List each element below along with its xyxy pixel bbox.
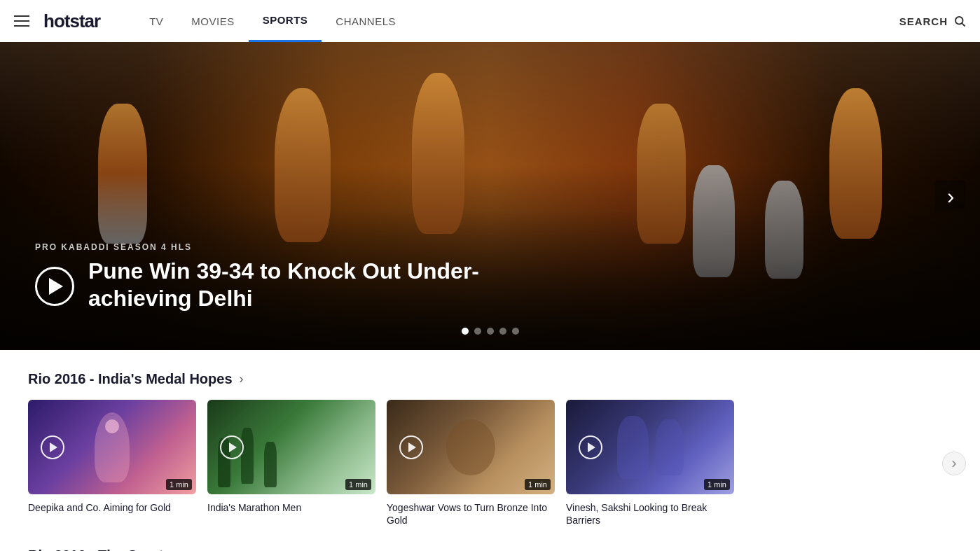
svg-point-0 [955,17,963,25]
card-play-vinesh[interactable] [579,435,602,459]
hero-dot-2[interactable] [474,328,481,335]
hero-dot-5[interactable] [512,328,519,335]
hotstar-logo[interactable]: hotstar [43,11,100,32]
card-title-vinesh: Vinesh, Sakshi Looking to Break Barriers [566,501,734,526]
section-header-rio-medal: Rio 2016 - India's Medal Hopes › [28,371,952,387]
hero-title: Pune Win 39-34 to Knock Out Under-achiev… [88,258,579,312]
card-deepika[interactable]: 1 min Deepika and Co. Aiming for Gold [28,400,196,526]
card-title-yogeshwar: Yogeshwar Vows to Turn Bronze Into Gold [387,501,555,526]
card-thumb-vinesh: 1 min [566,400,734,494]
card-vinesh[interactable]: 1 min Vinesh, Sakshi Looking to Break Ba… [566,400,734,526]
nav-links: TV MOVIES SPORTS CHANNELS [135,0,410,42]
card-play-marathon[interactable] [220,435,244,459]
hero-banner: PRO KABADDI SEASON 4 HLS Pune Win 39-34 … [0,42,980,350]
hero-play-button[interactable] [35,267,74,306]
hero-dot-3[interactable] [487,328,494,335]
hero-category: PRO KABADDI SEASON 4 HLS [35,242,579,252]
navbar-left: hotstar TV MOVIES SPORTS CHANNELS [14,0,410,42]
hero-dot-4[interactable] [499,328,506,335]
svg-line-1 [962,23,965,26]
hero-dots [462,328,519,335]
hero-dot-1[interactable] [462,328,469,335]
card-duration-deepika: 1 min [166,479,192,490]
nav-sports[interactable]: SPORTS [249,0,322,42]
hero-text: Pune Win 39-34 to Knock Out Under-achiev… [88,258,579,312]
card-play-deepika[interactable] [41,435,64,459]
cards-row-rio-medal: 1 min Deepika and Co. Aiming for Gold 1 … [28,400,952,526]
card-duration-vinesh: 1 min [704,479,730,490]
card-thumb-yogeshwar: 1 min [387,400,555,494]
card-marathon[interactable]: 1 min India's Marathon Men [207,400,375,526]
card-duration-marathon: 1 min [345,479,371,490]
section-rio-medal: Rio 2016 - India's Medal Hopes › 1 min D… [28,371,952,526]
row-nav-right-medal[interactable]: › [942,452,966,475]
card-play-yogeshwar[interactable] [399,435,423,459]
content-area: Rio 2016 - India's Medal Hopes › 1 min D… [0,350,980,551]
hamburger-menu[interactable] [14,15,29,27]
card-yogeshwar[interactable]: 1 min Yogeshwar Vows to Turn Bronze Into… [387,400,555,526]
nav-channels[interactable]: CHANNELS [322,0,410,42]
section-header-rio-greats: Rio 2016 - The Greats › [28,547,952,551]
card-duration-yogeshwar: 1 min [525,479,551,490]
card-thumb-deepika: 1 min [28,400,196,494]
search-label: SEARCH [899,15,948,27]
search-icon [953,15,966,27]
search-area[interactable]: SEARCH [899,15,966,27]
card-thumb-marathon: 1 min [207,400,375,494]
hero-content: PRO KABADDI SEASON 4 HLS Pune Win 39-34 … [35,242,579,312]
card-title-deepika: Deepika and Co. Aiming for Gold [28,501,196,514]
section-rio-greats: Rio 2016 - The Greats › [28,547,952,551]
nav-movies[interactable]: MOVIES [177,0,248,42]
nav-tv[interactable]: TV [135,0,177,42]
section-arrow-rio-medal[interactable]: › [240,372,244,386]
section-arrow-rio-greats[interactable]: › [179,548,183,551]
section-title-rio-greats: Rio 2016 - The Greats [28,547,172,551]
card-title-marathon: India's Marathon Men [207,501,375,514]
navbar: hotstar TV MOVIES SPORTS CHANNELS SEARCH [0,0,980,42]
hero-next-button[interactable]: › [935,181,966,211]
section-title-rio-medal: Rio 2016 - India's Medal Hopes [28,371,233,387]
